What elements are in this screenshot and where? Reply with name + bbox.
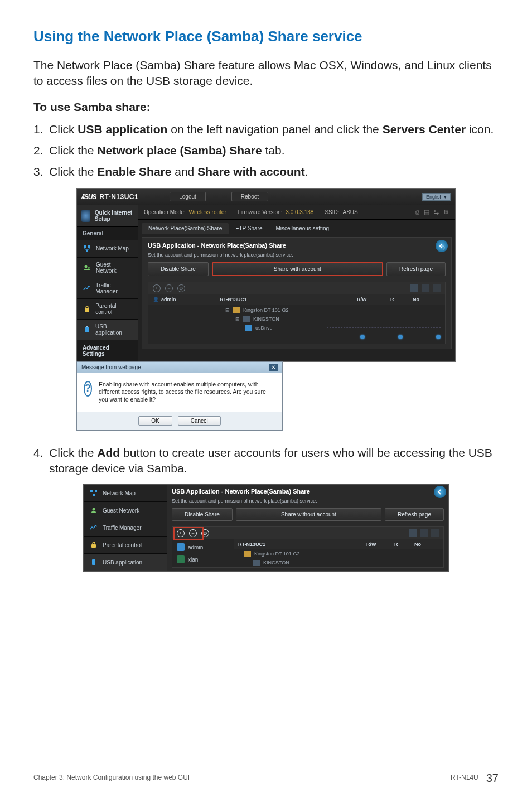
- dialog-ok-button[interactable]: OK: [138, 416, 172, 426]
- action-buttons-row: Disable Share Share with account Refresh…: [148, 262, 446, 276]
- block-icon[interactable]: ⊘: [177, 284, 185, 292]
- account-item-xian[interactable]: xian: [172, 554, 234, 565]
- permission-radios: [215, 332, 441, 340]
- account-name: admin: [188, 544, 203, 550]
- col-no: No: [413, 297, 441, 302]
- toolbar-icon-2[interactable]: [422, 284, 429, 292]
- share-without-account-button[interactable]: Share without account: [236, 508, 381, 521]
- quick-setup-label: Quick Internet Setup: [95, 210, 134, 222]
- panel-title: USB Application - Network Place(Samba) S…: [172, 488, 444, 495]
- action-buttons-row: Disable Share Share without account Refr…: [172, 508, 444, 521]
- step-text: .: [305, 165, 308, 178]
- parental-control-icon: [83, 305, 91, 313]
- screenshot-2: Network Map Guest Network Traffic Manage…: [83, 484, 449, 572]
- drive-sub-row[interactable]: - KINGSTON: [234, 558, 443, 567]
- firmware-label: Firmware Version:: [238, 209, 283, 215]
- usb-application-icon: [89, 558, 98, 567]
- col-rw: R/W: [366, 542, 394, 547]
- toolbar-icon-1[interactable]: [409, 529, 417, 537]
- radio-r[interactable]: [398, 335, 403, 339]
- drive-label: Kingston DT 101 G2: [243, 307, 288, 313]
- sidebar-item-usb-application[interactable]: USB application: [84, 554, 167, 571]
- tab-ftp-share[interactable]: FTP Share: [229, 223, 269, 234]
- sidebar-item-parental-control[interactable]: Parental control: [77, 299, 138, 320]
- go-back-button[interactable]: [434, 486, 446, 498]
- svg-rect-15: [92, 559, 95, 565]
- radio-rw[interactable]: [360, 335, 365, 339]
- sidebar-advanced-settings[interactable]: Advanced Settings: [77, 340, 138, 361]
- go-back-button[interactable]: [436, 240, 448, 252]
- collapse-icon: -: [248, 560, 250, 566]
- dialog-message: Enabling share with account enables mult…: [99, 381, 275, 404]
- samba-panel: USB Application - Network Place(Samba) S…: [142, 237, 452, 349]
- svg-point-4: [88, 267, 90, 269]
- radio-no[interactable]: [436, 335, 441, 339]
- sidebar-item-label: Network Map: [103, 490, 136, 496]
- drive-row[interactable]: ⊟ Kingston DT 101 G2: [215, 306, 441, 315]
- disable-share-button[interactable]: Disable Share: [148, 262, 209, 276]
- reboot-button[interactable]: Reboot: [231, 192, 268, 201]
- sidebar-item-label: Parental control: [103, 542, 142, 548]
- tree-toolbar: + − ⊘: [148, 282, 445, 294]
- ssid-value: ASUS: [343, 209, 358, 215]
- op-mode-link[interactable]: Wireless router: [189, 209, 226, 215]
- share-with-account-button[interactable]: Share with account: [212, 262, 383, 276]
- toolbar-icon-3[interactable]: [433, 284, 441, 292]
- toolbar-icon-2[interactable]: [420, 529, 428, 537]
- step-bold: Network place (Samba) Share: [97, 144, 262, 157]
- toolbar-icon-1[interactable]: [410, 284, 418, 292]
- firmware-link[interactable]: 3.0.0.3.138: [286, 209, 313, 215]
- sidebar-item-guest-network[interactable]: Guest Network: [84, 502, 167, 519]
- svg-rect-14: [91, 544, 96, 548]
- remove-icon[interactable]: −: [165, 284, 173, 292]
- dialog-body: ? Enabling share with account enables mu…: [77, 373, 282, 412]
- network-map-icon: [89, 489, 98, 497]
- tab-samba-share[interactable]: Network Place(Samba) Share: [142, 223, 229, 234]
- sidebar-item-parental-control[interactable]: Parental control: [84, 537, 167, 554]
- step-text: icon.: [466, 123, 494, 136]
- svg-rect-7: [85, 327, 89, 332]
- disable-share-button[interactable]: Disable Share: [172, 508, 233, 521]
- step-text: Click the: [49, 165, 97, 178]
- stack-icon: ▤: [424, 209, 429, 216]
- op-mode-label: Operation Mode:: [144, 209, 186, 215]
- sidebar-item-traffic-manager[interactable]: Traffic Manager: [84, 519, 167, 537]
- svg-rect-0: [84, 245, 86, 248]
- page-number: 37: [486, 772, 499, 785]
- col-rw: R/W: [357, 297, 390, 302]
- dialog-titlebar: Message from webpage ✕: [77, 362, 282, 373]
- traffic-manager-icon: [83, 284, 91, 293]
- refresh-page-button[interactable]: Refresh page: [386, 262, 446, 276]
- toolbar-icon-3[interactable]: [431, 529, 439, 537]
- folder-row[interactable]: usDrive: [215, 323, 327, 332]
- add-icon[interactable]: +: [153, 284, 161, 292]
- steps-list-bottom: Click the Add button to create user acco…: [33, 445, 499, 477]
- sidebar-item-traffic-manager[interactable]: Traffic Manager: [77, 278, 138, 299]
- sidebar-item-label: Guest Network: [103, 508, 139, 514]
- tabs-row: Network Place(Samba) Share FTP Share Mis…: [138, 220, 455, 234]
- svg-rect-5: [84, 269, 90, 270]
- drive-sub-row[interactable]: ⊟ KINGSTON: [215, 315, 441, 323]
- section-title: Using the Network Place (Samba) Share se…: [33, 28, 499, 45]
- confirm-dialog: Message from webpage ✕ ? Enabling share …: [76, 361, 283, 431]
- refresh-page-button[interactable]: Refresh page: [385, 508, 444, 521]
- avatar-icon: [177, 555, 185, 563]
- dialog-cancel-button[interactable]: Cancel: [178, 416, 221, 426]
- svg-point-12: [93, 508, 95, 511]
- language-select[interactable]: English ▾: [422, 193, 451, 201]
- expand-icon: ⊟: [225, 307, 230, 313]
- panel-subtitle: Set the account and permission of networ…: [172, 498, 444, 504]
- tab-misc-setting[interactable]: Miscellaneous setting: [269, 223, 336, 234]
- logout-button[interactable]: Logout: [170, 192, 206, 201]
- main-content: USB Application - Network Place(Samba) S…: [167, 485, 448, 571]
- sidebar-item-guest-network[interactable]: Guest Network: [77, 258, 138, 278]
- quick-internet-setup[interactable]: Quick Internet Setup: [77, 205, 138, 227]
- dialog-close-button[interactable]: ✕: [269, 364, 278, 371]
- sidebar-item-network-map[interactable]: Network Map: [84, 485, 167, 502]
- sidebar-item-usb-application[interactable]: USB application: [77, 320, 138, 340]
- drive-row[interactable]: - Kingston DT 101 G2: [234, 549, 443, 558]
- svg-rect-2: [86, 250, 88, 252]
- sidebar-item-network-map[interactable]: Network Map: [77, 240, 138, 258]
- account-item-admin[interactable]: admin: [172, 542, 234, 553]
- step-bold: Add: [97, 446, 120, 459]
